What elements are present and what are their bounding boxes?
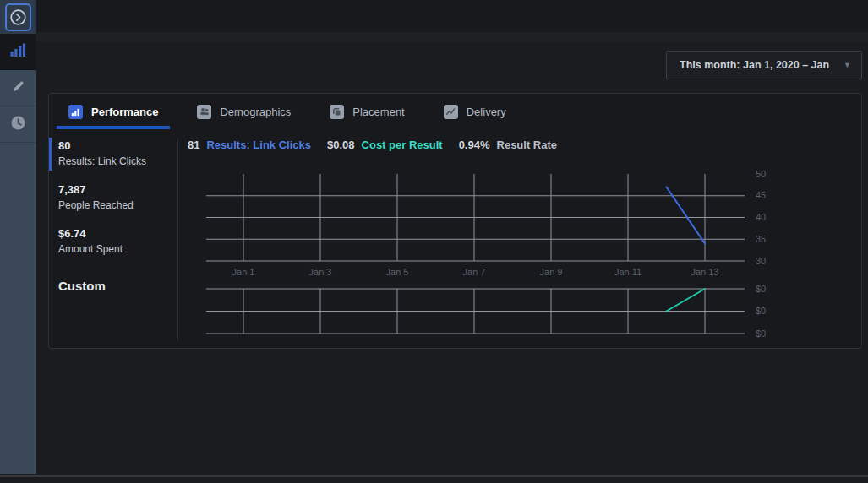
summary-row: 81 Results: Link Clicks $0.08 Cost per R… <box>188 138 573 151</box>
chevron-down-icon: ▼ <box>843 61 851 69</box>
clock-icon <box>10 115 26 134</box>
svg-text:$0: $0 <box>756 306 766 316</box>
svg-text:Jan 1: Jan 1 <box>232 267 255 277</box>
svg-text:Jan 13: Jan 13 <box>691 267 718 277</box>
summary-value: $0.08 <box>327 138 355 151</box>
app-logo[interactable] <box>0 0 36 34</box>
svg-text:45: 45 <box>756 190 766 200</box>
tab-label: Performance <box>91 106 158 118</box>
svg-text:Jan 3: Jan 3 <box>309 267 332 277</box>
sidebar-nav <box>0 34 36 143</box>
summary-label: Results: Link Clicks <box>206 138 311 151</box>
results-line-chart[interactable]: Jan 1Jan 3Jan 5Jan 7Jan 9Jan 11Jan 13504… <box>204 170 795 288</box>
svg-text:Jan 11: Jan 11 <box>614 267 641 277</box>
placement-icon <box>330 105 344 119</box>
summary-label: Result Rate <box>497 138 558 151</box>
svg-text:50: 50 <box>756 170 766 179</box>
panel-divider <box>177 138 178 341</box>
toolbar-strip <box>36 32 868 41</box>
metric-label: People Reached <box>58 199 184 211</box>
svg-text:35: 35 <box>756 234 766 244</box>
bar-chart-icon <box>9 41 27 62</box>
top-bar <box>36 0 868 32</box>
bottom-bar <box>0 475 868 483</box>
tab-delivery[interactable]: Delivery <box>432 94 518 129</box>
sidebar <box>0 0 36 474</box>
metric-results[interactable]: 80 Results: Link Clicks <box>49 138 184 171</box>
summary-value: 0.94% <box>459 138 490 151</box>
date-range-selector[interactable]: This month: Jan 1, 2020 – Jan 15 ▼ <box>666 51 862 79</box>
sidebar-item-reporting[interactable] <box>0 34 36 70</box>
metrics-panel: 80 Results: Link Clicks 7,387 People Rea… <box>49 138 184 293</box>
people-icon <box>197 105 211 119</box>
svg-text:$0: $0 <box>756 284 766 294</box>
report-card: Performance Demographics <box>48 93 862 349</box>
custom-metrics-button[interactable]: Custom <box>49 279 184 293</box>
summary-value: 81 <box>188 138 199 151</box>
tab-placement[interactable]: Placement <box>318 94 416 129</box>
svg-text:Jan 9: Jan 9 <box>540 267 563 277</box>
sidebar-item-edit[interactable] <box>0 70 36 106</box>
metric-label: Results: Link Clicks <box>58 155 184 167</box>
svg-text:$0: $0 <box>756 328 766 339</box>
metric-value: 7,387 <box>58 183 184 196</box>
tab-label: Placement <box>352 106 404 118</box>
tab-bar: Performance Demographics <box>49 94 861 129</box>
date-range-label: This month: Jan 1, 2020 – Jan 15 <box>680 59 830 71</box>
metric-people-reached[interactable]: 7,387 People Reached <box>49 182 184 214</box>
metric-label: Amount Spent <box>58 243 184 255</box>
metric-value: $6.74 <box>58 227 184 240</box>
svg-text:Jan 5: Jan 5 <box>386 267 409 277</box>
trend-line-icon <box>444 105 458 119</box>
svg-text:40: 40 <box>756 212 766 222</box>
cost-per-result-line-chart[interactable]: $0$0$0 <box>204 284 795 345</box>
ads-reporting-screen: This month: Jan 1, 2020 – Jan 15 ▼ Perfo… <box>0 0 868 483</box>
svg-text:30: 30 <box>756 256 766 266</box>
tab-label: Delivery <box>467 106 506 118</box>
tab-label: Demographics <box>220 106 291 118</box>
metric-amount-spent[interactable]: $6.74 Amount Spent <box>49 225 184 258</box>
summary-label: Cost per Result <box>362 138 443 151</box>
performance-panel: 80 Results: Link Clicks 7,387 People Rea… <box>49 129 861 349</box>
sidebar-item-history[interactable] <box>0 106 36 143</box>
chevron-circle-icon <box>5 3 31 31</box>
bar-chart-icon <box>68 105 83 119</box>
tab-performance[interactable]: Performance <box>57 94 170 129</box>
svg-text:Jan 7: Jan 7 <box>463 267 486 277</box>
pencil-icon <box>11 79 26 97</box>
metric-value: 80 <box>58 139 184 152</box>
tab-demographics[interactable]: Demographics <box>185 94 303 129</box>
